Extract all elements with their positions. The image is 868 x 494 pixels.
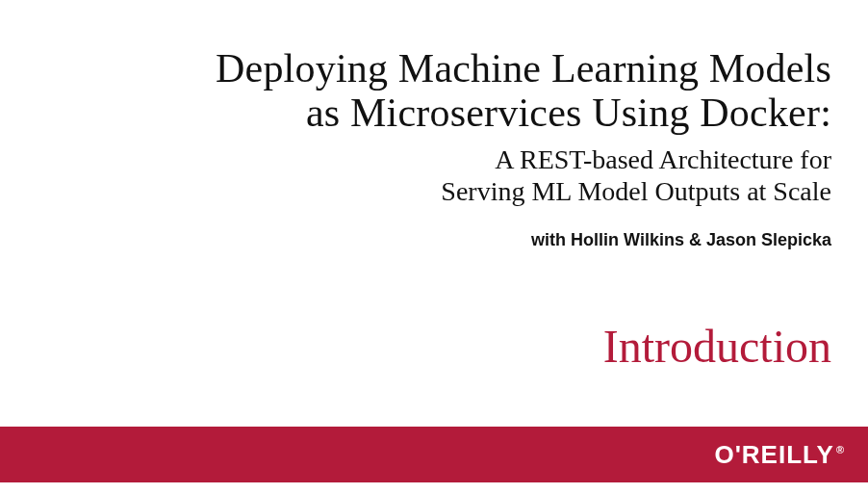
registered-mark: ® — [836, 444, 845, 455]
slide-content: Deploying Machine Learning Models as Mic… — [37, 46, 831, 373]
subtitle-line-1: A REST-based Architecture for — [495, 144, 831, 174]
title-line-2: as Microservices Using Docker: — [306, 91, 831, 135]
title-line-1: Deploying Machine Learning Models — [216, 46, 831, 91]
title-slide: Deploying Machine Learning Models as Mic… — [0, 0, 868, 494]
slide-subtitle: A REST-based Architecture for Serving ML… — [37, 144, 831, 206]
footer-bar: O'REILLY® — [0, 427, 868, 482]
subtitle-line-2: Serving ML Model Outputs at Scale — [441, 176, 831, 206]
brand-logo: O'REILLY® — [714, 440, 845, 470]
slide-authors: with Hollin Wilkins & Jason Slepicka — [37, 230, 831, 250]
brand-text: O'REILLY — [714, 440, 833, 469]
slide-title: Deploying Machine Learning Models as Mic… — [37, 46, 831, 135]
section-heading: Introduction — [37, 320, 831, 373]
